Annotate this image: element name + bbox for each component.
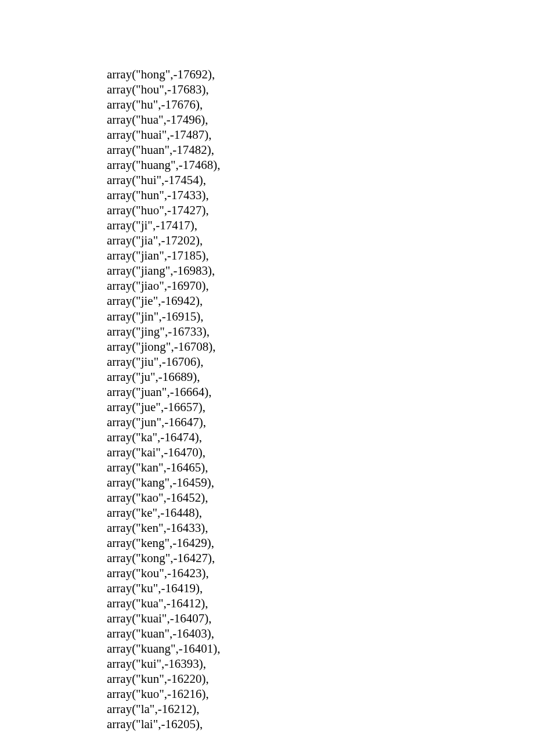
code-line: array("huai",-17487), — [107, 127, 534, 142]
code-line: array("ka",-16474), — [107, 430, 534, 445]
code-block: array("hong",-17692),array("hou",-17683)… — [107, 67, 534, 732]
code-line: array("juan",-16664), — [107, 384, 534, 399]
code-line: array("la",-16212), — [107, 701, 534, 717]
code-line: array("kuan",-16403), — [107, 626, 534, 641]
code-line: array("ku",-16419), — [107, 581, 534, 596]
code-line: array("jian",-17185), — [107, 248, 534, 263]
code-line: array("jie",-16942), — [107, 293, 534, 308]
code-line: array("jiong",-16708), — [107, 339, 534, 354]
code-line: array("kuai",-16407), — [107, 611, 534, 626]
code-line: array("hou",-17683), — [107, 82, 534, 97]
code-line: array("jing",-16733), — [107, 324, 534, 339]
code-line: array("jia",-17202), — [107, 233, 534, 248]
code-line: array("ji",-17417), — [107, 218, 534, 233]
code-line: array("kang",-16459), — [107, 475, 534, 490]
code-line: array("jiu",-16706), — [107, 354, 534, 369]
code-line: array("ken",-16433), — [107, 520, 534, 535]
code-line: array("hua",-17496), — [107, 112, 534, 127]
code-line: array("kan",-16465), — [107, 460, 534, 475]
code-line: array("kuo",-16216), — [107, 686, 534, 701]
code-line: array("hun",-17433), — [107, 188, 534, 203]
code-line: array("huang",-17468), — [107, 157, 534, 172]
code-line: array("keng",-16429), — [107, 535, 534, 550]
code-line: array("kou",-16423), — [107, 566, 534, 581]
code-line: array("kai",-16470), — [107, 445, 534, 460]
code-line: array("kun",-16220), — [107, 671, 534, 686]
code-line: array("lai",-16205), — [107, 717, 534, 732]
code-line: array("hui",-17454), — [107, 172, 534, 188]
code-line: array("kua",-16412), — [107, 596, 534, 611]
code-line: array("jiao",-16970), — [107, 278, 534, 293]
code-line: array("jue",-16657), — [107, 399, 534, 415]
code-line: array("kui",-16393), — [107, 656, 534, 671]
code-line: array("kong",-16427), — [107, 550, 534, 566]
code-line: array("jin",-16915), — [107, 309, 534, 324]
code-line: array("huan",-17482), — [107, 142, 534, 157]
code-line: array("ke",-16448), — [107, 505, 534, 520]
code-line: array("kuang",-16401), — [107, 641, 534, 656]
code-line: array("hu",-17676), — [107, 97, 534, 112]
code-line: array("huo",-17427), — [107, 203, 534, 218]
code-line: array("jun",-16647), — [107, 415, 534, 430]
code-line: array("jiang",-16983), — [107, 263, 534, 278]
code-line: array("ju",-16689), — [107, 369, 534, 384]
code-line: array("kao",-16452), — [107, 490, 534, 505]
code-line: array("hong",-17692), — [107, 67, 534, 82]
